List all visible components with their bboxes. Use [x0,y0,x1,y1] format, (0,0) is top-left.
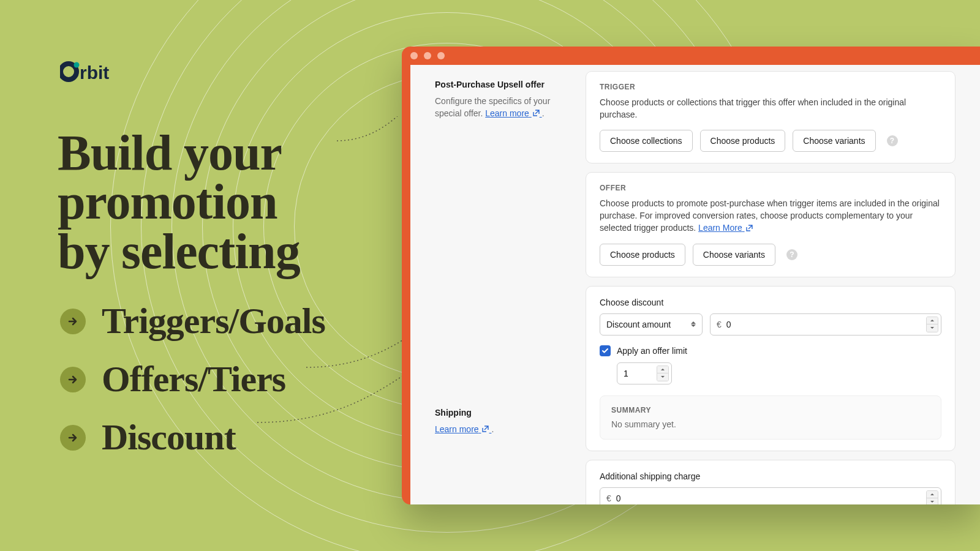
headline-line: Build your [58,129,300,178]
discount-field-label: Choose discount [600,298,941,307]
stepper-down-icon[interactable] [927,324,938,332]
bullet-triggers: Triggers/Goals [60,300,325,342]
bullet-offers: Offers/Tiers [60,358,325,400]
apply-offer-limit-checkbox[interactable] [600,345,611,356]
shipping-charge-input[interactable]: € 0 [600,487,941,504]
offer-card: OFFER Choose products to promote post-pu… [586,172,956,277]
window-close-icon[interactable] [410,52,418,59]
left-column: Post-Purchase Upsell offer Configure the… [410,65,575,504]
offer-choose-variants-button[interactable]: Choose variants [693,244,775,266]
discount-type-select[interactable]: Discount amount [600,313,703,335]
window-minimize-icon[interactable] [424,52,431,59]
discount-type-value: Discount amount [606,320,671,329]
right-column: TRIGGER Choose products or collections t… [575,65,980,504]
shipping-learn-more-link[interactable]: Learn more [435,424,491,434]
arrow-right-icon [60,425,86,451]
number-stepper[interactable] [926,490,938,504]
external-link-icon [482,424,489,436]
offer-desc: Choose products to promote post-purchase… [600,197,941,235]
apply-offer-limit-label: Apply an offer limit [617,346,687,356]
offer-label: OFFER [600,184,941,192]
number-stepper[interactable] [657,365,669,381]
shipping-charge-value: 0 [616,493,935,503]
select-caret-icon [691,321,696,327]
offer-learn-more-link[interactable]: Learn More [698,223,752,233]
stepper-up-icon[interactable] [927,317,938,325]
headline-line: by selecting [58,227,300,276]
summary-box: SUMMARY No summary yet. [600,395,941,440]
svg-text:rbit: rbit [80,62,109,83]
summary-label: SUMMARY [611,406,930,414]
choose-products-button[interactable]: Choose products [700,130,786,152]
brand-logo: rbit [60,59,127,84]
bullet-discount: Discount [60,416,325,459]
headline-line: promotion [58,178,300,227]
help-icon[interactable]: ? [887,135,898,146]
offer-limit-input[interactable]: 1 [617,362,672,384]
feature-bullets: Triggers/Goals Offers/Tiers Discount [60,300,325,474]
arrow-right-icon [60,367,86,392]
trigger-label: TRIGGER [600,83,941,91]
window-titlebar [402,47,980,65]
currency-symbol: € [606,493,611,503]
window-zoom-icon[interactable] [437,52,445,59]
choose-collections-button[interactable]: Choose collections [600,130,693,152]
stepper-up-icon[interactable] [657,366,668,374]
upsell-section-title: Post-Purchase Upsell offer [435,80,562,89]
shipping-charge-label: Additional shipping charge [600,471,941,481]
discount-card: Choose discount Discount amount € 0 [586,286,956,451]
shipping-card: Additional shipping charge € 0 [586,460,956,504]
help-icon[interactable]: ? [786,249,797,260]
external-link-icon [533,108,540,120]
bullet-label: Offers/Tiers [102,358,285,400]
svg-point-1 [74,62,80,68]
currency-symbol: € [717,320,722,329]
stepper-down-icon[interactable] [657,373,668,381]
trigger-card: TRIGGER Choose products or collections t… [586,71,956,163]
marketing-headline: Build your promotion by selecting [58,129,300,276]
bullet-label: Discount [102,416,236,459]
upsell-section-desc: Configure the specifics of your special … [435,96,562,120]
discount-amount-input[interactable]: € 0 [710,313,941,335]
stepper-up-icon[interactable] [927,491,938,499]
arrow-right-icon [60,309,86,334]
learn-more-link[interactable]: Learn more [485,108,541,118]
stepper-down-icon[interactable] [927,498,938,504]
offer-choose-products-button[interactable]: Choose products [600,244,685,266]
app-window: Post-Purchase Upsell offer Configure the… [402,47,980,504]
number-stepper[interactable] [926,317,938,332]
bullet-label: Triggers/Goals [102,300,325,342]
discount-amount-value: 0 [726,320,935,329]
shipping-section-title: Shipping [435,408,562,418]
app-body: Post-Purchase Upsell offer Configure the… [410,65,980,504]
external-link-icon [746,222,753,234]
offer-limit-value: 1 [624,369,628,378]
shipping-section-desc: Learn more . [435,424,562,436]
choose-variants-button[interactable]: Choose variants [793,130,875,152]
summary-text: No summary yet. [611,419,930,429]
trigger-desc: Choose products or collections that trig… [600,96,941,121]
